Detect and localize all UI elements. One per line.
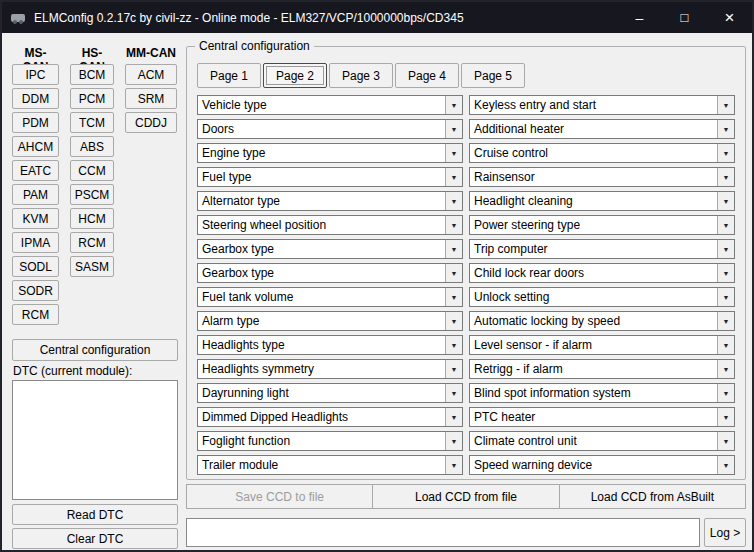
module-button-ipma[interactable]: IPMA xyxy=(12,232,59,253)
combo-unlock-setting[interactable]: Unlock setting▼ xyxy=(469,287,735,307)
read-dtc-button[interactable]: Read DTC xyxy=(12,504,178,525)
module-button-ddm[interactable]: DDM xyxy=(12,88,59,109)
tab-page-3[interactable]: Page 3 xyxy=(329,63,393,88)
combo-alternator-type[interactable]: Alternator type▼ xyxy=(197,191,463,211)
combo-dimmed-dipped-headlights[interactable]: Dimmed Dipped Headlights▼ xyxy=(197,407,463,427)
combo-climate-control-unit[interactable]: Climate control unit▼ xyxy=(469,431,735,451)
combo-keyless-entry-and-start[interactable]: Keyless entry and start▼ xyxy=(469,95,735,115)
dropdown-arrow-icon[interactable]: ▼ xyxy=(717,144,734,162)
tab-page-1[interactable]: Page 1 xyxy=(197,63,261,88)
combo-automatic-locking-by-speed[interactable]: Automatic locking by speed▼ xyxy=(469,311,735,331)
combo-gearbox-type-2[interactable]: Gearbox type▼ xyxy=(197,263,463,283)
combo-rainsensor[interactable]: Rainsensor▼ xyxy=(469,167,735,187)
load-ccd-file-button[interactable]: Load CCD from file xyxy=(372,484,559,509)
module-button-sasm[interactable]: SASM xyxy=(70,256,114,277)
combo-alarm-type[interactable]: Alarm type▼ xyxy=(197,311,463,331)
combo-level-sensor-if-alarm[interactable]: Level sensor - if alarm▼ xyxy=(469,335,735,355)
module-button-abs[interactable]: ABS xyxy=(70,136,114,157)
module-button-ccm[interactable]: CCM xyxy=(70,160,114,181)
dropdown-arrow-icon[interactable]: ▼ xyxy=(445,240,462,258)
combo-fuel-tank-volume[interactable]: Fuel tank volume▼ xyxy=(197,287,463,307)
combo-gearbox-type[interactable]: Gearbox type▼ xyxy=(197,239,463,259)
dropdown-arrow-icon[interactable]: ▼ xyxy=(717,240,734,258)
module-button-rcm-hs[interactable]: RCM xyxy=(70,232,114,253)
combo-child-lock-rear-doors[interactable]: Child lock rear doors▼ xyxy=(469,263,735,283)
dropdown-arrow-icon[interactable]: ▼ xyxy=(445,168,462,186)
tab-page-5[interactable]: Page 5 xyxy=(461,63,525,88)
combo-foglight-function[interactable]: Foglight function▼ xyxy=(197,431,463,451)
combo-steering-wheel-position[interactable]: Steering wheel position▼ xyxy=(197,215,463,235)
dropdown-arrow-icon[interactable]: ▼ xyxy=(445,120,462,138)
tab-page-2[interactable]: Page 2 xyxy=(263,63,327,88)
dropdown-arrow-icon[interactable]: ▼ xyxy=(717,168,734,186)
dropdown-arrow-icon[interactable]: ▼ xyxy=(717,120,734,138)
module-button-bcm[interactable]: BCM xyxy=(70,64,114,85)
dropdown-arrow-icon[interactable]: ▼ xyxy=(717,312,734,330)
module-button-acm[interactable]: ACM xyxy=(125,64,177,85)
module-button-sodr[interactable]: SODR xyxy=(12,280,59,301)
combo-dayrunning-light[interactable]: Dayrunning light▼ xyxy=(197,383,463,403)
combo-vehicle-type[interactable]: Vehicle type▼ xyxy=(197,95,463,115)
minimize-button[interactable]: – xyxy=(617,2,662,33)
dropdown-arrow-icon[interactable]: ▼ xyxy=(445,408,462,426)
combo-speed-warning-device[interactable]: Speed warning device▼ xyxy=(469,455,735,475)
dropdown-arrow-icon[interactable]: ▼ xyxy=(717,408,734,426)
module-button-rcm-ms[interactable]: RCM xyxy=(12,304,59,325)
module-button-pam[interactable]: PAM xyxy=(12,184,59,205)
module-button-pdm[interactable]: PDM xyxy=(12,112,59,133)
dropdown-arrow-icon[interactable]: ▼ xyxy=(717,216,734,234)
combo-blind-spot-information-system[interactable]: Blind spot information system▼ xyxy=(469,383,735,403)
combo-headlights-symmetry[interactable]: Headlights symmetry▼ xyxy=(197,359,463,379)
combo-trip-computer[interactable]: Trip computer▼ xyxy=(469,239,735,259)
maximize-button[interactable]: □ xyxy=(662,2,707,33)
central-configuration-button[interactable]: Central configuration xyxy=(12,339,178,361)
combo-ptc-heater[interactable]: PTC heater▼ xyxy=(469,407,735,427)
module-button-pscm[interactable]: PSCM xyxy=(70,184,114,205)
module-button-eatc[interactable]: EATC xyxy=(12,160,59,181)
dropdown-arrow-icon[interactable]: ▼ xyxy=(445,312,462,330)
close-button[interactable]: × xyxy=(707,2,752,33)
tab-page-4[interactable]: Page 4 xyxy=(395,63,459,88)
combo-doors[interactable]: Doors▼ xyxy=(197,119,463,139)
load-ccd-asbuilt-button[interactable]: Load CCD from AsBuilt xyxy=(559,484,746,509)
dropdown-arrow-icon[interactable]: ▼ xyxy=(445,192,462,210)
dropdown-arrow-icon[interactable]: ▼ xyxy=(717,360,734,378)
dropdown-arrow-icon[interactable]: ▼ xyxy=(445,216,462,234)
module-button-tcm[interactable]: TCM xyxy=(70,112,114,133)
combo-fuel-type[interactable]: Fuel type▼ xyxy=(197,167,463,187)
combo-headlight-cleaning[interactable]: Headlight cleaning▼ xyxy=(469,191,735,211)
dropdown-arrow-icon[interactable]: ▼ xyxy=(445,336,462,354)
dtc-textarea[interactable] xyxy=(12,380,178,500)
dropdown-arrow-icon[interactable]: ▼ xyxy=(717,336,734,354)
dropdown-arrow-icon[interactable]: ▼ xyxy=(445,264,462,282)
module-button-ipc[interactable]: IPC xyxy=(12,64,59,85)
dropdown-arrow-icon[interactable]: ▼ xyxy=(717,456,734,474)
clear-dtc-button[interactable]: Clear DTC xyxy=(12,528,178,549)
dropdown-arrow-icon[interactable]: ▼ xyxy=(717,96,734,114)
module-button-ahcm[interactable]: AHCM xyxy=(12,136,59,157)
dropdown-arrow-icon[interactable]: ▼ xyxy=(445,456,462,474)
dropdown-arrow-icon[interactable]: ▼ xyxy=(445,288,462,306)
module-button-cddj[interactable]: CDDJ xyxy=(125,112,177,133)
dropdown-arrow-icon[interactable]: ▼ xyxy=(445,144,462,162)
dropdown-arrow-icon[interactable]: ▼ xyxy=(445,432,462,450)
combo-engine-type[interactable]: Engine type▼ xyxy=(197,143,463,163)
dropdown-arrow-icon[interactable]: ▼ xyxy=(445,384,462,402)
module-button-sodl[interactable]: SODL xyxy=(12,256,59,277)
module-button-srm[interactable]: SRM xyxy=(125,88,177,109)
dropdown-arrow-icon[interactable]: ▼ xyxy=(717,288,734,306)
dropdown-arrow-icon[interactable]: ▼ xyxy=(717,264,734,282)
combo-power-steering-type[interactable]: Power steering type▼ xyxy=(469,215,735,235)
dropdown-arrow-icon[interactable]: ▼ xyxy=(717,432,734,450)
combo-headlights-type[interactable]: Headlights type▼ xyxy=(197,335,463,355)
dropdown-arrow-icon[interactable]: ▼ xyxy=(717,192,734,210)
combo-cruise-control[interactable]: Cruise control▼ xyxy=(469,143,735,163)
log-toggle-button[interactable]: Log > xyxy=(704,518,746,547)
log-output[interactable] xyxy=(186,518,700,547)
dropdown-arrow-icon[interactable]: ▼ xyxy=(717,384,734,402)
module-button-kvm[interactable]: KVM xyxy=(12,208,59,229)
dropdown-arrow-icon[interactable]: ▼ xyxy=(445,96,462,114)
dropdown-arrow-icon[interactable]: ▼ xyxy=(445,360,462,378)
combo-retrigg-if-alarm[interactable]: Retrigg - if alarm▼ xyxy=(469,359,735,379)
module-button-hcm[interactable]: HCM xyxy=(70,208,114,229)
